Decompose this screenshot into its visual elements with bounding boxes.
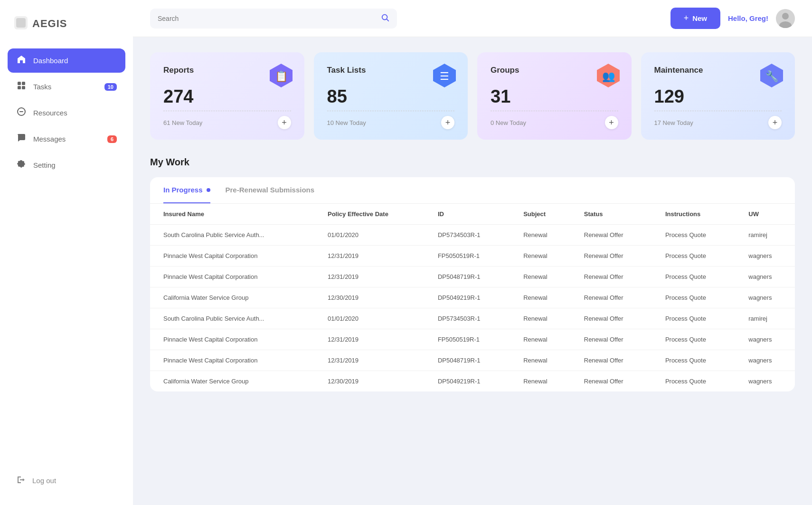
cell-date: 12/31/2019 xyxy=(314,329,425,350)
sidebar-item-messages[interactable]: Messages 6 xyxy=(8,127,125,151)
cell-subject: Renewal xyxy=(510,308,571,329)
logout-button[interactable]: Log out xyxy=(0,466,133,495)
cell-date: 12/31/2019 xyxy=(314,267,425,287)
svg-text:🔧: 🔧 xyxy=(765,70,779,83)
tab-in-progress[interactable]: In Progress xyxy=(163,177,210,203)
cell-date: 12/30/2019 xyxy=(314,371,425,392)
sidebar-item-resources[interactable]: Resources xyxy=(8,101,125,125)
tasks-icon xyxy=(16,81,27,93)
setting-icon xyxy=(16,159,27,171)
my-work-title: My Work xyxy=(150,157,795,168)
cell-uw: wagners xyxy=(735,371,795,392)
tasklists-count: 85 xyxy=(327,86,455,107)
cell-status: Renewal Offer xyxy=(571,287,652,308)
table-row[interactable]: Pinnacle West Capital Corporation 12/31/… xyxy=(150,329,795,350)
sidebar-item-label: Dashboard xyxy=(33,57,68,65)
cell-subject: Renewal xyxy=(510,371,571,392)
tasklists-icon: ☰ xyxy=(432,63,457,88)
new-button-label: New xyxy=(692,14,707,22)
cell-status: Renewal Offer xyxy=(571,350,652,371)
logo: AEGIS xyxy=(0,10,133,48)
logout-label: Log out xyxy=(32,476,56,485)
pre-renewal-label: Pre-Renewal Submissions xyxy=(226,186,315,194)
svg-rect-4 xyxy=(22,82,25,85)
col-status: Status xyxy=(571,204,652,225)
cell-insured: South Carolina Public Service Auth... xyxy=(150,225,314,246)
work-panel: In Progress Pre-Renewal Submissions Insu… xyxy=(150,177,795,391)
cell-id: DP5048719R-1 xyxy=(425,350,510,371)
new-button[interactable]: + New xyxy=(670,8,720,29)
sidebar-item-setting[interactable]: Setting xyxy=(8,153,125,177)
tab-pre-renewal[interactable]: Pre-Renewal Submissions xyxy=(226,177,315,203)
cell-uw: wagners xyxy=(735,267,795,287)
cell-insured: South Carolina Public Service Auth... xyxy=(150,308,314,329)
cell-date: 12/31/2019 xyxy=(314,350,425,371)
cell-insured: Pinnacle West Capital Corporation xyxy=(150,329,314,350)
home-icon xyxy=(16,55,27,67)
groups-add-button[interactable]: + xyxy=(605,116,618,129)
cell-status: Renewal Offer xyxy=(571,246,652,267)
col-insured-name: Insured Name xyxy=(150,204,314,225)
cell-instructions: Process Quote xyxy=(652,287,735,308)
tasklists-add-button[interactable]: + xyxy=(441,116,454,129)
cell-subject: Renewal xyxy=(510,267,571,287)
cell-id: FP5050519R-1 xyxy=(425,246,510,267)
sidebar-item-tasks[interactable]: Tasks 10 xyxy=(8,75,125,99)
svg-rect-3 xyxy=(18,82,21,85)
groups-count: 31 xyxy=(491,86,618,107)
col-policy-date: Policy Effective Date xyxy=(314,204,425,225)
cell-subject: Renewal xyxy=(510,350,571,371)
table-row[interactable]: California Water Service Group 12/30/201… xyxy=(150,371,795,392)
stat-card-maintenance: Maintenance 🔧 129 17 New Today + xyxy=(641,52,795,140)
plus-icon: + xyxy=(684,13,689,23)
cell-instructions: Process Quote xyxy=(652,267,735,287)
logout-icon xyxy=(16,475,26,486)
cell-insured: California Water Service Group xyxy=(150,371,314,392)
col-uw: UW xyxy=(735,204,795,225)
reports-add-button[interactable]: + xyxy=(278,116,291,129)
table-row[interactable]: California Water Service Group 12/30/201… xyxy=(150,287,795,308)
stat-cards-grid: Reports 📋 274 61 New Today + Task Lists xyxy=(150,52,795,140)
greeting-text: Hello, Greg! xyxy=(728,14,768,22)
cell-insured: California Water Service Group xyxy=(150,287,314,308)
cell-instructions: Process Quote xyxy=(652,246,735,267)
in-progress-dot xyxy=(207,188,210,192)
maintenance-count: 129 xyxy=(654,86,782,107)
cell-id: DP5049219R-1 xyxy=(425,287,510,308)
groups-new-today: 0 New Today xyxy=(491,119,526,126)
table-row[interactable]: South Carolina Public Service Auth... 01… xyxy=(150,308,795,329)
cell-instructions: Process Quote xyxy=(652,350,735,371)
cell-uw: ramirej xyxy=(735,308,795,329)
search-box[interactable] xyxy=(150,9,397,29)
sidebar-item-dashboard[interactable]: Dashboard xyxy=(8,48,125,73)
my-work-section: My Work In Progress Pre-Renewal Submissi… xyxy=(150,157,795,391)
maintenance-add-button[interactable]: + xyxy=(768,116,782,129)
table-row[interactable]: Pinnacle West Capital Corporation 12/31/… xyxy=(150,350,795,371)
cell-status: Renewal Offer xyxy=(571,225,652,246)
messages-badge: 6 xyxy=(107,135,117,143)
svg-point-11 xyxy=(782,13,789,19)
maintenance-icon: 🔧 xyxy=(759,63,784,88)
cell-uw: ramirej xyxy=(735,225,795,246)
sidebar-nav: Dashboard Tasks 10 Resources xyxy=(0,48,133,466)
main-content: + New Hello, Greg! Reports 📋 xyxy=(133,0,812,505)
table-row[interactable]: South Carolina Public Service Auth... 01… xyxy=(150,225,795,246)
cell-date: 01/01/2020 xyxy=(314,308,425,329)
tasklists-new-today: 10 New Today xyxy=(327,119,366,126)
table-row[interactable]: Pinnacle West Capital Corporation 12/31/… xyxy=(150,267,795,287)
svg-rect-5 xyxy=(18,86,21,89)
search-input[interactable] xyxy=(158,15,376,22)
avatar xyxy=(776,9,795,28)
cell-date: 12/31/2019 xyxy=(314,246,425,267)
table-row[interactable]: Pinnacle West Capital Corporation 12/31/… xyxy=(150,246,795,267)
stat-card-reports: Reports 📋 274 61 New Today + xyxy=(150,52,304,140)
cell-status: Renewal Offer xyxy=(571,308,652,329)
sidebar-item-label: Tasks xyxy=(33,83,51,91)
search-icon xyxy=(381,13,389,24)
cell-status: Renewal Offer xyxy=(571,371,652,392)
work-tabs: In Progress Pre-Renewal Submissions xyxy=(150,177,795,204)
cell-subject: Renewal xyxy=(510,287,571,308)
tasks-badge: 10 xyxy=(104,83,117,91)
cell-id: DP5734503R-1 xyxy=(425,225,510,246)
cell-uw: wagners xyxy=(735,329,795,350)
